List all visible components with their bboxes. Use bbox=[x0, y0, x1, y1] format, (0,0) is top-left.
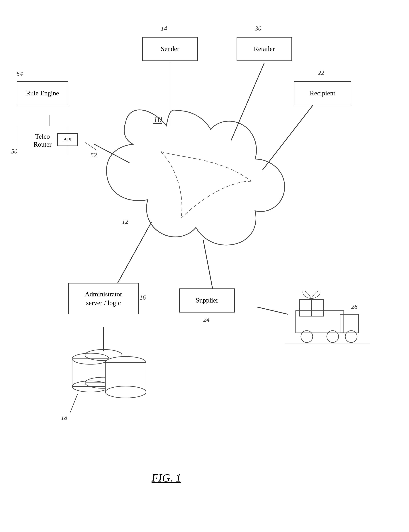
telco-router-label: Telco Router bbox=[33, 133, 52, 149]
svg-point-22 bbox=[327, 331, 339, 342]
svg-line-2 bbox=[262, 104, 314, 170]
retailer-label: Retailer bbox=[254, 45, 275, 53]
sender-box: Sender bbox=[142, 37, 198, 61]
system-num: 10 bbox=[153, 115, 162, 124]
rule-engine-label: Rule Engine bbox=[26, 89, 59, 97]
svg-point-21 bbox=[301, 331, 313, 342]
admin-server-num: 16 bbox=[139, 294, 146, 301]
svg-line-6 bbox=[203, 240, 213, 288]
supplier-num: 24 bbox=[203, 316, 210, 323]
rule-engine-box: Rule Engine bbox=[17, 81, 68, 105]
retailer-box: Retailer bbox=[237, 37, 292, 61]
recipient-box: Recipient bbox=[294, 81, 351, 105]
svg-rect-20 bbox=[340, 314, 359, 333]
telco-router-num: 50 bbox=[11, 148, 17, 155]
databases-num: 18 bbox=[61, 414, 67, 421]
svg-line-5 bbox=[115, 222, 152, 288]
sender-num: 14 bbox=[161, 25, 167, 32]
api-label: API bbox=[63, 136, 72, 143]
recipient-label: Recipient bbox=[310, 89, 335, 97]
svg-point-23 bbox=[345, 331, 357, 342]
sender-label: Sender bbox=[161, 45, 179, 53]
network-num: 12 bbox=[122, 218, 128, 225]
rule-engine-num: 54 bbox=[17, 70, 23, 77]
diagram-svg bbox=[0, 0, 409, 532]
diagram-container: Sender 14 Retailer 30 Recipient 22 Rule … bbox=[0, 0, 409, 532]
figure-label: FIG. 1 bbox=[152, 472, 181, 484]
svg-line-7 bbox=[257, 307, 288, 314]
svg-rect-19 bbox=[296, 311, 344, 333]
supplier-box: Supplier bbox=[179, 288, 235, 313]
api-connection-num: 52 bbox=[91, 152, 97, 159]
admin-server-box: Administrator server / logic bbox=[68, 283, 139, 314]
recipient-num: 22 bbox=[318, 69, 324, 76]
api-box: API bbox=[57, 133, 78, 146]
admin-server-label: Administrator server / logic bbox=[85, 290, 122, 307]
retailer-num: 30 bbox=[255, 25, 261, 32]
svg-line-28 bbox=[85, 142, 96, 150]
svg-line-18 bbox=[70, 394, 78, 412]
supplier-label: Supplier bbox=[196, 296, 218, 304]
svg-point-17 bbox=[105, 386, 146, 398]
svg-line-3 bbox=[94, 144, 129, 163]
gift-truck-num: 26 bbox=[351, 303, 357, 310]
